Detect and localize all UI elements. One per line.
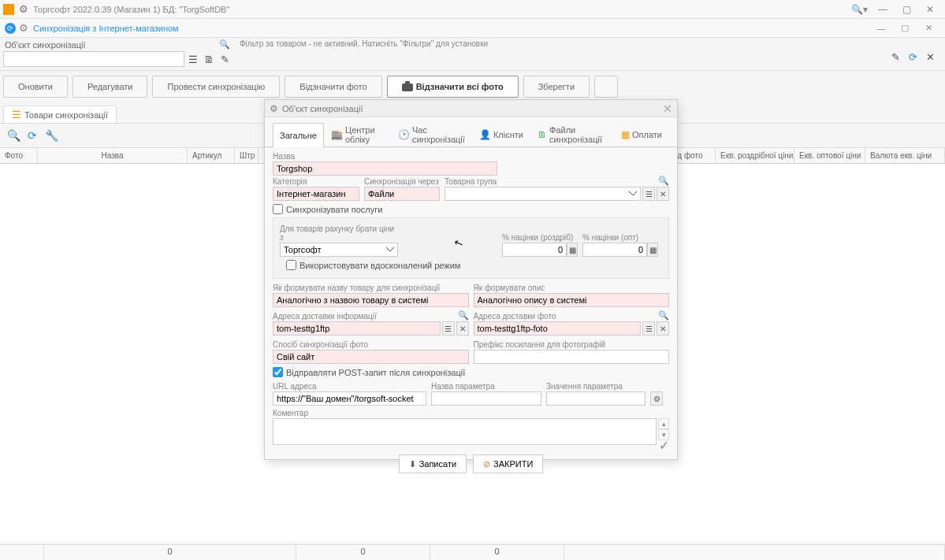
sub-window-controls: — ▢ ✕ <box>869 20 940 37</box>
main-toolbar: Оновити Редагувати Провести синхронізаці… <box>0 71 945 102</box>
category-select[interactable]: Інтернет-магазин <box>273 187 359 201</box>
dialog-title: Об'єкт синхронізації <box>282 104 663 113</box>
url-input[interactable] <box>273 391 426 406</box>
param-val-label: Значення параметра <box>546 382 646 391</box>
edit-button[interactable]: Редагувати <box>73 76 148 98</box>
gear-icon: ⚙ <box>270 103 278 114</box>
close-button[interactable]: ✕ <box>918 0 942 19</box>
write-button[interactable]: ⬇Записати <box>399 454 467 473</box>
info-addr-select[interactable]: tom-testtg1ftp <box>273 321 441 336</box>
comment-textarea[interactable] <box>273 418 657 445</box>
minimize-button[interactable]: — <box>871 0 895 19</box>
filter-clear-icon[interactable]: ✕ <box>923 50 937 64</box>
col-photo[interactable]: Фото <box>0 148 38 163</box>
download-icon: ⬇ <box>409 459 416 469</box>
grid-refresh-icon[interactable]: ⟳ <box>25 128 39 143</box>
search-icon[interactable]: 🔍 <box>219 39 230 50</box>
sync-button[interactable]: Провести синхронізацію <box>152 76 280 98</box>
sync-services-checkbox[interactable]: Синхронізувати послуги <box>273 204 669 214</box>
sub-header: ⟳ ⚙ Синхронізація з Інтернет-магазином —… <box>0 19 945 38</box>
info-addr-label: Адреса доставки інформації <box>273 312 377 321</box>
param-val-input[interactable] <box>546 391 646 406</box>
markup-opt-input[interactable] <box>582 243 647 257</box>
markup-retail-input[interactable] <box>502 243 567 257</box>
col-retail-eq[interactable]: Екв. роздрібної ціни <box>716 148 794 163</box>
dialog-close-icon[interactable]: ✕ <box>663 102 672 115</box>
photo-addr-select[interactable]: tom-testtg1ftp-foto <box>474 321 642 336</box>
edit-icon[interactable]: ✎ <box>218 52 232 66</box>
advanced-mode-checkbox[interactable]: Використовувати вдосконалений режим <box>286 260 662 270</box>
gear-icon: ⚙ <box>19 22 28 34</box>
param-name-input[interactable] <box>431 391 541 406</box>
name-input[interactable] <box>273 161 497 176</box>
object-sync-select[interactable] <box>3 51 184 67</box>
mark-all-photo-button[interactable]: Відзначити всі фото <box>387 76 519 98</box>
url-label: URL адреса <box>273 382 426 391</box>
sub-minimize-button[interactable]: — <box>869 20 893 37</box>
photo-prefix-label: Префікс посилання для фотографій <box>474 340 670 349</box>
building-icon: 🏬 <box>331 129 343 140</box>
post-request-checkbox[interactable]: Відправляти POST-запит після синхронізац… <box>273 367 669 377</box>
col-currency-eq[interactable]: Валюта екв. ціни <box>865 148 945 163</box>
tab-payments[interactable]: ▦Оплати <box>614 122 669 146</box>
search-icon[interactable]: 🔍 <box>658 176 669 187</box>
price-source-select[interactable]: Торгсофт <box>280 243 398 257</box>
search-icon[interactable]: 🔍▾ <box>847 0 871 19</box>
cancel-icon: ⊘ <box>483 459 490 469</box>
group-list-icon[interactable]: ☰ <box>642 187 655 201</box>
extra-button[interactable] <box>594 76 618 98</box>
clear-icon[interactable]: ✕ <box>456 321 469 336</box>
new-doc-icon[interactable]: 🗎 <box>202 52 216 66</box>
name-label: Назва <box>273 152 669 161</box>
group-clear-icon[interactable]: ✕ <box>657 187 669 201</box>
gear-icon[interactable]: ⚙ <box>650 391 663 406</box>
check-icon[interactable]: ✓ <box>659 438 669 453</box>
search-icon[interactable]: 🔍 <box>658 310 669 321</box>
save-button[interactable]: Зберегти <box>523 76 590 98</box>
mark-photo-button[interactable]: Відзначити фото <box>285 76 381 98</box>
list-icon[interactable]: ☰ <box>186 52 200 66</box>
close-button[interactable]: ⊘ЗАКРИТИ <box>473 454 543 473</box>
sync-via-select[interactable]: Файли <box>364 187 440 201</box>
tab-clients[interactable]: 👤Клієнти <box>472 122 530 146</box>
name-form-label: Як формувати назву товару для синхроніза… <box>273 284 469 292</box>
tab-sync-products[interactable]: ☰ Товари синхронізації <box>3 106 117 123</box>
search-icon[interactable]: 🔍 <box>458 310 469 321</box>
tab-general[interactable]: Загальне <box>273 123 324 147</box>
sub-maximize-button[interactable]: ▢ <box>893 20 917 37</box>
list-icon[interactable]: ☰ <box>642 321 655 336</box>
grid-search-icon[interactable]: 🔍 <box>6 128 20 143</box>
group-label: Товарна група <box>445 177 497 186</box>
calc-icon[interactable]: ▦ <box>647 243 658 257</box>
col-article[interactable]: Артикул <box>188 148 235 163</box>
name-form-select[interactable]: Аналогічно з назвою товару в системі <box>273 293 469 307</box>
list-icon[interactable]: ☰ <box>442 321 455 336</box>
calc-icon[interactable]: ▦ <box>567 243 578 257</box>
photo-sync-method-select[interactable]: Свій сайт <box>273 350 469 364</box>
maximize-button[interactable]: ▢ <box>895 0 918 19</box>
filter-refresh-icon[interactable]: ⟳ <box>906 50 920 64</box>
filter-edit-icon[interactable]: ✎ <box>888 50 902 64</box>
grid-settings-icon[interactable]: 🔧 <box>44 128 58 143</box>
object-sync-label: Об'єкт синхронізації <box>5 40 86 50</box>
sub-title: Синхронізація з Інтернет-магазином <box>33 24 869 33</box>
money-icon: ▦ <box>621 129 630 140</box>
desc-form-select[interactable]: Аналогічно опису в системі <box>474 293 670 307</box>
desc-form-label: Як формувати опис <box>474 284 670 292</box>
tab-time[interactable]: 🕑Час синхронізації <box>391 122 472 146</box>
col-barcode[interactable]: Штр <box>235 148 259 163</box>
col-wholesale-eq[interactable]: Екв. оптової ціни <box>794 148 865 163</box>
tab-centers[interactable]: 🏬Центри обліку <box>324 122 391 146</box>
clear-icon[interactable]: ✕ <box>657 321 669 336</box>
sync-via-label: Синхронізація через <box>364 177 440 186</box>
group-select[interactable] <box>445 187 641 201</box>
sub-close-button[interactable]: ✕ <box>917 20 940 37</box>
col-name[interactable]: Назва <box>38 148 188 163</box>
photo-prefix-input[interactable] <box>474 350 670 364</box>
tab-files[interactable]: 🗎Файли синхронізації <box>530 122 614 146</box>
refresh-button[interactable]: Оновити <box>3 76 68 98</box>
object-sync-section: Об'єкт синхронізації 🔍 ☰ 🗎 ✎ <box>3 39 232 67</box>
gear-icon: ⚙ <box>19 3 28 15</box>
comment-label: Коментар <box>273 409 669 417</box>
window-controls: — ▢ ✕ <box>871 0 942 19</box>
